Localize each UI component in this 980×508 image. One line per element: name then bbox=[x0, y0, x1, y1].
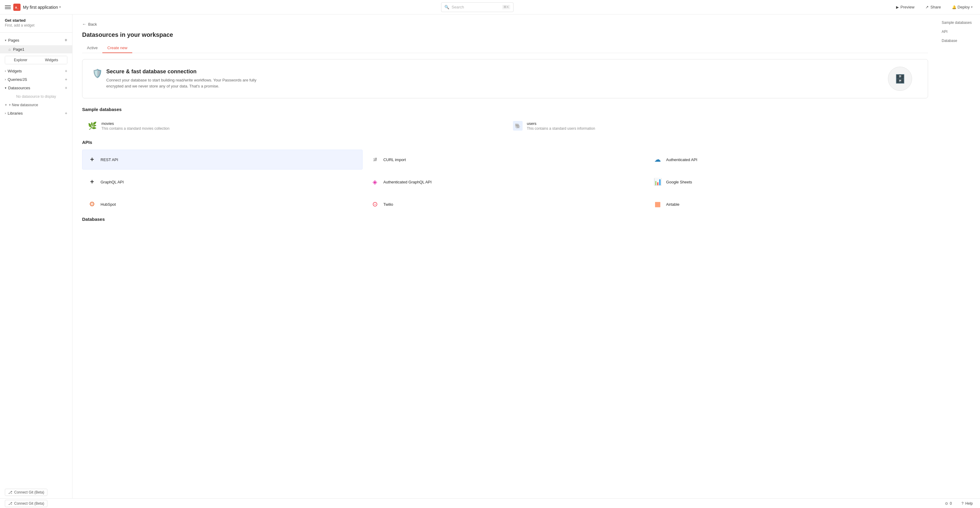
sidebar-datasources-section[interactable]: ▾ Datasources + bbox=[0, 84, 72, 92]
page-home-icon: ⌂ bbox=[8, 48, 11, 52]
tab-active[interactable]: Active bbox=[82, 43, 102, 53]
statusbar-git-icon: ⎇ bbox=[8, 502, 13, 506]
twilio-icon: ⊙ bbox=[370, 199, 380, 209]
preview-button[interactable]: ▶ Preview bbox=[894, 4, 917, 11]
search-icon: 🔍 bbox=[444, 5, 449, 10]
apis-title: APIs bbox=[82, 140, 928, 145]
statusbar-left: ⎇ Connect Git (Beta) bbox=[5, 500, 48, 507]
statusbar-count-button[interactable]: ⊙ 0 bbox=[943, 500, 955, 507]
new-datasource-button[interactable]: + + New datasource bbox=[0, 101, 72, 109]
libraries-section-label: › Libraries bbox=[5, 111, 23, 116]
widgets-section-label: › Widgets bbox=[5, 69, 22, 73]
databases-title: Databases bbox=[82, 217, 928, 222]
queriesjs-add-button[interactable]: + bbox=[65, 77, 67, 82]
share-button[interactable]: ↗ Share bbox=[923, 4, 943, 11]
search-box[interactable]: 🔍 Search ⌘K bbox=[441, 2, 514, 12]
deploy-button[interactable]: 🔔 Deploy ▾ bbox=[950, 4, 975, 11]
sidebar-bottom: ⎇ Connect Git (Beta) bbox=[0, 486, 72, 498]
statusbar-right: ⊙ 0 ? Help bbox=[943, 500, 975, 507]
sidebar-pages-section[interactable]: ▾ Pages + bbox=[0, 35, 72, 45]
rest-api-icon: + bbox=[87, 155, 97, 164]
hubspot-icon: ⚙ bbox=[87, 199, 97, 209]
database-illustration-icon: 🗄️ bbox=[895, 74, 905, 84]
menu-button[interactable] bbox=[5, 4, 11, 10]
back-button[interactable]: ← Back bbox=[82, 22, 928, 27]
promo-content: 🛡️ Secure & fast database connection Con… bbox=[92, 68, 257, 89]
api-auth-graphql[interactable]: ◈ Authenticated GraphQL API bbox=[365, 172, 646, 192]
datasources-add-button[interactable]: + bbox=[65, 86, 67, 90]
graphql-api-icon: + bbox=[87, 177, 97, 187]
libraries-add-button[interactable]: + bbox=[65, 111, 67, 116]
promo-title: Secure & fast database connection bbox=[106, 68, 257, 75]
promo-text: Secure & fast database connection Connec… bbox=[106, 68, 257, 89]
google-sheets-name: Google Sheets bbox=[666, 180, 692, 184]
preview-icon: ▶ bbox=[896, 5, 899, 10]
curl-icon: :// bbox=[370, 155, 380, 164]
page-title: Datasources in your workspace bbox=[82, 32, 928, 38]
sidebar-widgets-section[interactable]: › Widgets + bbox=[0, 67, 72, 75]
promo-illustration: 🗄️ bbox=[888, 67, 918, 91]
get-started-section: Get started First, add a widget bbox=[0, 14, 72, 30]
api-authenticated[interactable]: ☁ Authenticated API bbox=[648, 150, 928, 170]
explorer-widgets-toggle: Explorer Widgets bbox=[5, 56, 67, 64]
get-started-subtitle: First, add a widget bbox=[5, 23, 67, 27]
datasources-chevron-icon: ▾ bbox=[5, 86, 6, 90]
deploy-icon: 🔔 bbox=[952, 5, 956, 10]
statusbar-help-button[interactable]: ? Help bbox=[959, 500, 975, 507]
topbar: a_ My first application ▾ 🔍 Search ⌘K ▶ … bbox=[0, 0, 980, 14]
datasources-section-label: ▾ Datasources bbox=[5, 86, 30, 90]
svg-text:🐘: 🐘 bbox=[515, 123, 521, 129]
shield-icon: 🛡️ bbox=[92, 68, 103, 78]
api-graphql[interactable]: + GraphQL API bbox=[82, 172, 363, 192]
pages-add-button[interactable]: + bbox=[65, 37, 67, 43]
queriesjs-section-label: › Queries/JS bbox=[5, 77, 27, 82]
statusbar-count-icon: ⊙ bbox=[945, 502, 948, 506]
statusbar-connect-git-button[interactable]: ⎇ Connect Git (Beta) bbox=[5, 500, 48, 507]
search-shortcut: ⌘K bbox=[502, 5, 510, 10]
topbar-left: a_ My first application ▾ bbox=[5, 4, 61, 11]
google-sheets-icon: 📊 bbox=[653, 177, 662, 187]
connect-git-button[interactable]: ⎇ Connect Git (Beta) bbox=[5, 489, 48, 496]
rest-api-name: REST API bbox=[100, 157, 118, 162]
explorer-tab[interactable]: Explorer bbox=[5, 56, 36, 64]
widgets-add-button[interactable]: + bbox=[65, 68, 67, 73]
sidebar-libraries-section[interactable]: › Libraries + bbox=[0, 109, 72, 117]
api-rest[interactable]: + REST API bbox=[82, 150, 363, 170]
right-nav-api[interactable]: API bbox=[942, 29, 976, 35]
sample-databases-grid: 🌿 movies This contains a standard movies… bbox=[82, 117, 928, 135]
statusbar: ⎇ Connect Git (Beta) ⊙ 0 ? Help bbox=[0, 498, 980, 508]
app-icon: a_ bbox=[13, 4, 21, 11]
curl-name: CURL import bbox=[383, 157, 406, 162]
api-hubspot[interactable]: ⚙ HubSpot bbox=[82, 194, 363, 214]
widgets-tab[interactable]: Widgets bbox=[36, 56, 67, 64]
authenticated-api-icon: ☁ bbox=[653, 155, 662, 164]
content-scroll: ← Back Datasources in your workspace Act… bbox=[72, 14, 938, 234]
libraries-chevron-icon: › bbox=[5, 112, 6, 115]
datasource-tabs: Active Create new bbox=[82, 43, 928, 53]
auth-graphql-name: Authenticated GraphQL API bbox=[383, 180, 432, 184]
sample-databases-title: Sample databases bbox=[82, 107, 928, 112]
get-started-title: Get started bbox=[5, 18, 67, 23]
right-nav-sample-databases[interactable]: Sample databases bbox=[942, 19, 976, 26]
sidebar-divider-1 bbox=[0, 32, 72, 33]
hubspot-name: HubSpot bbox=[100, 202, 116, 206]
datasource-users[interactable]: 🐘 users This contains a standard users i… bbox=[508, 117, 928, 135]
twilio-name: Twilio bbox=[383, 202, 393, 206]
promo-circle: 🗄️ bbox=[888, 67, 912, 91]
content-main: ← Back Datasources in your workspace Act… bbox=[72, 14, 938, 498]
graphql-api-name: GraphQL API bbox=[100, 180, 124, 184]
movies-icon: 🌿 bbox=[87, 121, 98, 131]
sidebar-item-page1[interactable]: ⌂ Page1 bbox=[0, 45, 72, 53]
right-nav-database[interactable]: Database bbox=[942, 37, 976, 44]
api-twilio[interactable]: ⊙ Twilio bbox=[365, 194, 646, 214]
no-datasource-label: No datasource to display bbox=[0, 92, 72, 101]
api-google-sheets[interactable]: 📊 Google Sheets bbox=[648, 172, 928, 192]
app-title-button[interactable]: My first application ▾ bbox=[23, 5, 61, 10]
datasource-movies[interactable]: 🌿 movies This contains a standard movies… bbox=[82, 117, 503, 135]
apis-grid: + REST API :// CURL import ☁ Authenticat… bbox=[82, 150, 928, 214]
api-curl[interactable]: :// CURL import bbox=[365, 150, 646, 170]
main-layout: Get started First, add a widget ▾ Pages … bbox=[0, 14, 980, 498]
sidebar-queriesjs-section[interactable]: › Queries/JS + bbox=[0, 75, 72, 84]
tab-create-new[interactable]: Create new bbox=[102, 43, 132, 53]
api-airtable[interactable]: ▦ Airtable bbox=[648, 194, 928, 214]
